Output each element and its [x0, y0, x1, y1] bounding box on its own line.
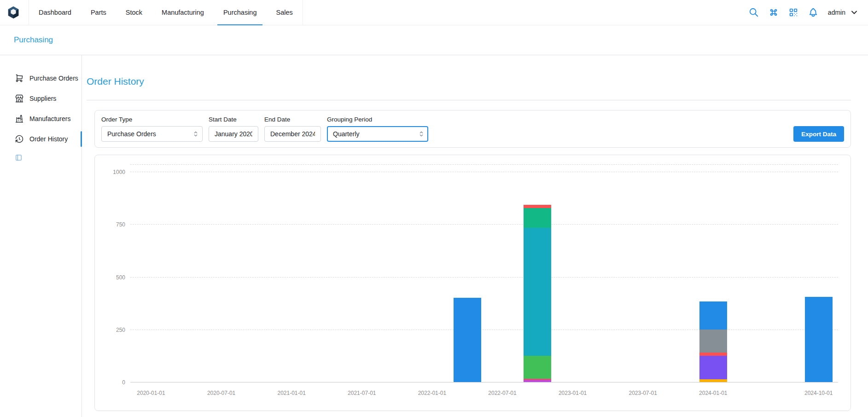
bar-segment [524, 208, 551, 228]
building-factory-icon [15, 114, 24, 123]
search-icon[interactable] [749, 7, 759, 17]
grouping-period-field: Grouping Period [327, 116, 428, 142]
x-axis-tick-label: 2024-01-01 [699, 390, 727, 396]
bar-segment [699, 353, 727, 356]
y-axis-tick-label: 0 [106, 379, 125, 386]
y-axis-tick-label: 500 [106, 274, 125, 281]
gridline [130, 330, 838, 330]
nav-tab-dashboard[interactable]: Dashboard [29, 0, 81, 25]
bar-segment [524, 356, 551, 379]
sidebar-item-suppliers[interactable]: Suppliers [0, 88, 82, 109]
sidebar-item-order-history[interactable]: Order History [0, 129, 82, 149]
bar-segment [454, 298, 481, 382]
building-store-icon [15, 94, 24, 103]
qrcode-icon[interactable] [788, 7, 798, 17]
y-axis-tick-label: 1000 [106, 169, 125, 175]
breadcrumb-purchasing[interactable]: Purchasing [14, 35, 53, 45]
end-date-input[interactable] [264, 126, 321, 142]
bar-segment [699, 379, 727, 382]
user-name: admin [828, 9, 845, 16]
gridline [130, 172, 838, 172]
nav-tab-parts[interactable]: Parts [81, 0, 116, 25]
breadcrumb: Purchasing [0, 25, 868, 55]
start-date-input[interactable] [209, 126, 258, 142]
nav-tab-manufacturing[interactable]: Manufacturing [152, 0, 214, 25]
x-axis-tick-label: 2023-01-01 [559, 390, 587, 396]
app-logo[interactable] [6, 6, 20, 19]
end-date-field: End Date [264, 116, 321, 142]
chart-plot: 025050075010002020-01-012020-07-012021-0… [130, 164, 838, 382]
end-date-label: End Date [264, 116, 321, 123]
sidebar-item-label: Suppliers [29, 95, 56, 102]
bell-icon[interactable] [808, 7, 818, 17]
x-axis-tick-label: 2021-01-01 [277, 390, 305, 396]
main-nav: Dashboard Parts Stock Manufacturing Purc… [29, 0, 303, 25]
order-type-select[interactable] [101, 126, 203, 142]
history-icon [15, 134, 24, 144]
chart-bar-2024-01-01[interactable] [699, 301, 727, 382]
y-axis-tick-label: 250 [106, 327, 125, 333]
x-axis-tick-label: 2020-07-01 [207, 390, 235, 396]
chart-bar-2024-10-01[interactable] [805, 297, 833, 382]
nav-tab-stock[interactable]: Stock [116, 0, 152, 25]
y-axis-tick-label: 750 [106, 221, 125, 228]
start-date-field: Start Date [209, 116, 258, 142]
command-icon[interactable] [769, 7, 779, 17]
gridline [130, 224, 838, 225]
x-axis-tick-label: 2020-01-01 [137, 390, 165, 396]
content-layout: Purchase Orders Suppliers Manufacturers … [0, 55, 868, 417]
gridline [130, 382, 838, 382]
order-type-field: Order Type [101, 116, 203, 142]
page-title: Order History [87, 75, 851, 87]
shopping-cart-icon [15, 74, 24, 83]
sidebar-item-purchase-orders[interactable]: Purchase Orders [0, 68, 82, 88]
title-divider [87, 100, 851, 100]
bar-segment [805, 297, 833, 382]
sidebar-item-manufacturers[interactable]: Manufacturers [0, 109, 82, 129]
gridline [130, 277, 838, 278]
top-navbar: Dashboard Parts Stock Manufacturing Purc… [0, 0, 868, 25]
grouping-period-select[interactable] [327, 126, 428, 142]
sidebar: Purchase Orders Suppliers Manufacturers … [0, 55, 82, 417]
sidebar-item-label: Manufacturers [29, 115, 70, 122]
filter-panel: Order Type Start Date End Date Grouping … [94, 110, 851, 148]
export-data-button[interactable]: Export Data [793, 126, 844, 142]
navbar-actions: admin [749, 7, 859, 17]
bar-segment [524, 228, 551, 356]
sidebar-item-label: Order History [29, 135, 68, 143]
chart-bar-2022-10-01[interactable] [524, 205, 551, 382]
grouping-period-label: Grouping Period [327, 116, 428, 123]
sidebar-collapse-icon[interactable] [15, 154, 23, 162]
order-history-chart: 025050075010002020-01-012020-07-012021-0… [94, 155, 851, 411]
bar-segment [699, 330, 727, 352]
x-axis-tick-label: 2021-07-01 [348, 390, 376, 396]
x-axis-tick-label: 2024-10-01 [804, 390, 833, 396]
start-date-label: Start Date [209, 116, 258, 123]
user-menu[interactable]: admin [828, 8, 859, 17]
chevron-down-icon [850, 8, 859, 17]
bar-segment [699, 301, 727, 330]
main-panel: Order History Order Type Start Date End … [82, 55, 868, 417]
x-axis-tick-label: 2023-07-01 [629, 390, 657, 396]
x-axis-tick-label: 2022-01-01 [418, 390, 446, 396]
bar-segment [699, 356, 727, 380]
chart-bar-2022-04-01[interactable] [454, 298, 481, 382]
bar-segment [524, 380, 551, 382]
nav-tab-sales[interactable]: Sales [266, 0, 302, 25]
order-type-label: Order Type [101, 116, 203, 123]
x-axis-tick-label: 2022-07-01 [488, 390, 516, 396]
bar-segment [524, 205, 551, 208]
nav-tab-purchasing[interactable]: Purchasing [214, 0, 267, 25]
sidebar-item-label: Purchase Orders [29, 75, 78, 82]
